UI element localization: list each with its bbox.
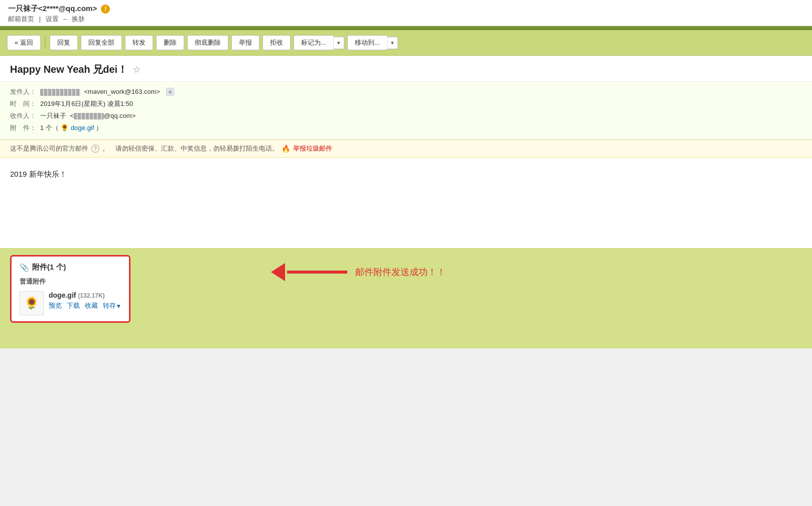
attachment-meta-label: 附 件： bbox=[10, 123, 40, 133]
arrow-shaft bbox=[287, 271, 347, 274]
preview-link[interactable]: 预览 bbox=[49, 301, 62, 310]
email-container: Happy New Yeah 兄dei！ ☆ 发件人： <maven_work@… bbox=[0, 56, 812, 348]
reject-button[interactable]: 拒收 bbox=[262, 35, 291, 50]
warning-banner: 这不是腾讯公司的官方邮件 ? 。 请勿轻信密保、汇款、中奖信息，勿轻易拨打陌生电… bbox=[0, 140, 812, 158]
attachment-close: ） bbox=[96, 124, 102, 132]
account-warning-icon: ! bbox=[101, 5, 110, 14]
download-link[interactable]: 下载 bbox=[67, 301, 80, 310]
file-size: (132.17K) bbox=[78, 292, 104, 299]
save-dropdown[interactable]: 转存 ▾ bbox=[103, 301, 120, 310]
subject-text: Happy New Yeah 兄dei！ bbox=[10, 63, 127, 76]
move-to-dropdown: 移动到... ▾ bbox=[347, 35, 398, 50]
save-arrow: ▾ bbox=[117, 302, 120, 310]
save-label: 转存 bbox=[103, 301, 116, 310]
from-email: <maven_work@163.com> bbox=[84, 88, 160, 95]
clip-icon: 📎 bbox=[20, 263, 29, 272]
red-arrow bbox=[271, 263, 347, 281]
report-spam-link[interactable]: 举报垃圾邮件 bbox=[293, 144, 332, 153]
fire-icon: 🔥 bbox=[282, 145, 290, 153]
green-bar bbox=[0, 26, 812, 30]
to-label: 收件人： bbox=[10, 111, 40, 120]
email-meta: 发件人： <maven_work@163.com> ≡ 时 间： 2019年1月… bbox=[0, 82, 812, 140]
attachment-section-header: 附件(1 个) bbox=[32, 263, 66, 272]
attachment-type-label: 普通附件 bbox=[20, 277, 121, 286]
time-label: 时 间： bbox=[10, 99, 40, 108]
file-actions: 预览 下载 收藏 转存 ▾ bbox=[49, 301, 120, 310]
permanent-delete-button[interactable]: 彻底删除 bbox=[187, 35, 228, 50]
nav-skin-link[interactable]: 换肤 bbox=[72, 15, 85, 23]
account-name: 一只袜子<2****@qq.com> bbox=[8, 4, 97, 14]
warning-circle-icon[interactable]: ? bbox=[91, 145, 99, 153]
time-value: 2019年1月6日(星期天) 凌晨1:50 bbox=[40, 99, 133, 108]
nav-separator: | bbox=[39, 15, 41, 23]
attachment-meta-row: 附 件： 1 个（ 🌻 doge.gif ） bbox=[10, 122, 802, 134]
email-subject: Happy New Yeah 兄dei！ ☆ bbox=[0, 56, 812, 82]
email-body: 2019 新年快乐！ bbox=[0, 158, 812, 248]
report-button[interactable]: 举报 bbox=[231, 35, 259, 50]
nav-links: 邮箱首页 | 设置 – 换肤 bbox=[8, 15, 804, 24]
attachment-row: 📎 附件(1 个) 普通附件 🌻 doge.gif (132.17K) 预览 下… bbox=[10, 255, 802, 323]
star-icon[interactable]: ☆ bbox=[132, 64, 141, 75]
attachment-header: 📎 附件(1 个) bbox=[20, 263, 121, 272]
collect-link[interactable]: 收藏 bbox=[85, 301, 98, 310]
toolbar-separator bbox=[45, 37, 46, 49]
from-name-blurred bbox=[40, 89, 80, 96]
file-name: doge.gif (132.17K) bbox=[49, 291, 120, 299]
to-name: 一只袜子 bbox=[40, 112, 66, 119]
reply-all-button[interactable]: 回复全部 bbox=[81, 35, 122, 50]
mark-as-dropdown: 标记为... ▾ bbox=[294, 35, 344, 50]
sender-card-icon[interactable]: ≡ bbox=[166, 88, 174, 96]
warning-sub-text: 。 请勿轻信密保、汇款、中奖信息，勿轻易拨打陌生电话。 bbox=[102, 144, 279, 153]
file-thumbnail: 🌻 bbox=[20, 291, 44, 315]
from-value: <maven_work@163.com> ≡ bbox=[40, 88, 174, 96]
to-value: 一只袜子 < @qq.com> bbox=[40, 111, 136, 120]
nav-settings-link[interactable]: 设置 bbox=[46, 15, 59, 23]
annotation-area: 邮件附件发送成功！！ bbox=[271, 263, 446, 281]
attachment-meta-value: 1 个（ 🌻 doge.gif ） bbox=[40, 123, 102, 133]
forward-button[interactable]: 转发 bbox=[125, 35, 153, 50]
body-text: 2019 新年快乐！ bbox=[10, 170, 67, 178]
from-row: 发件人： <maven_work@163.com> ≡ bbox=[10, 86, 802, 98]
annotation-text: 邮件附件发送成功！！ bbox=[355, 266, 446, 278]
file-info: doge.gif (132.17K) 预览 下载 收藏 转存 ▾ bbox=[49, 291, 120, 310]
nav-home-link[interactable]: 邮箱首页 bbox=[8, 15, 34, 23]
to-email-blurred bbox=[74, 113, 104, 119]
nav-dash: – bbox=[63, 15, 67, 23]
warning-text: 这不是腾讯公司的官方邮件 bbox=[10, 144, 88, 153]
move-to-arrow[interactable]: ▾ bbox=[387, 37, 398, 49]
to-email-suffix: @qq.com> bbox=[104, 112, 136, 119]
time-row: 时 间： 2019年1月6日(星期天) 凌晨1:50 bbox=[10, 98, 802, 110]
file-name-text: doge.gif bbox=[49, 291, 76, 299]
top-header: 一只袜子<2****@qq.com> ! 邮箱首页 | 设置 – 换肤 bbox=[0, 0, 812, 26]
attachment-count: 1 个（ bbox=[40, 124, 59, 132]
attachment-area: 📎 附件(1 个) 普通附件 🌻 doge.gif (132.17K) 预览 下… bbox=[0, 248, 812, 348]
reply-button[interactable]: 回复 bbox=[50, 35, 78, 50]
from-label: 发件人： bbox=[10, 87, 40, 96]
account-info: 一只袜子<2****@qq.com> ! bbox=[8, 4, 804, 14]
mark-as-button[interactable]: 标记为... bbox=[294, 35, 333, 50]
attachment-file: 🌻 doge.gif (132.17K) 预览 下载 收藏 转存 bbox=[20, 291, 121, 315]
move-to-button[interactable]: 移动到... bbox=[347, 35, 387, 50]
back-button[interactable]: « 返回 bbox=[7, 35, 41, 50]
delete-button[interactable]: 删除 bbox=[156, 35, 184, 50]
to-row: 收件人： 一只袜子 < @qq.com> bbox=[10, 110, 802, 122]
mark-as-arrow[interactable]: ▾ bbox=[333, 37, 344, 49]
arrow-head bbox=[271, 263, 285, 281]
attachment-box: 📎 附件(1 个) 普通附件 🌻 doge.gif (132.17K) 预览 下… bbox=[10, 255, 130, 323]
toolbar: « 返回 回复 回复全部 转发 删除 彻底删除 举报 拒收 标记为... ▾ 移… bbox=[0, 30, 812, 56]
attachment-inline-filename[interactable]: doge.gif bbox=[71, 124, 94, 132]
